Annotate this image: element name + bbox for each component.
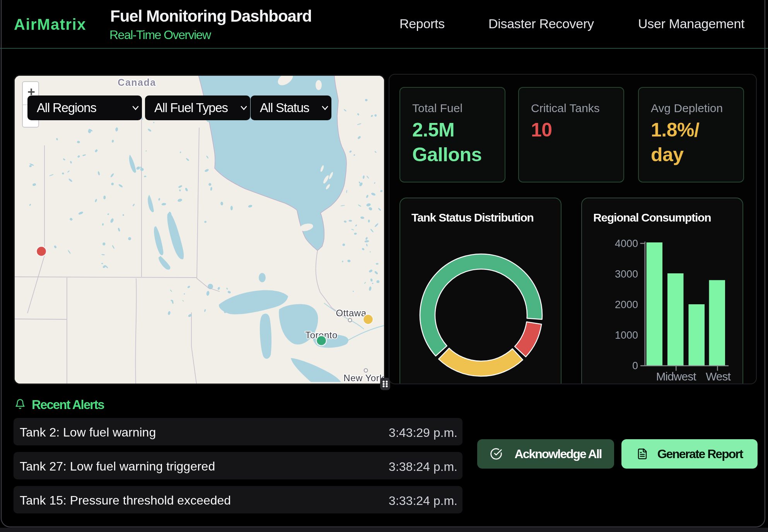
svg-text:2000: 2000: [615, 299, 638, 310]
svg-text:Midwest: Midwest: [656, 370, 696, 383]
svg-text:1000: 1000: [615, 329, 638, 341]
svg-text:4000: 4000: [615, 238, 638, 249]
svg-text:3000: 3000: [615, 268, 638, 280]
svg-text:Canada: Canada: [118, 77, 156, 88]
svg-text:West: West: [706, 370, 731, 383]
svg-text:New York: New York: [343, 373, 384, 383]
svg-text:0: 0: [632, 360, 638, 372]
svg-text:Ottawa: Ottawa: [336, 308, 366, 318]
